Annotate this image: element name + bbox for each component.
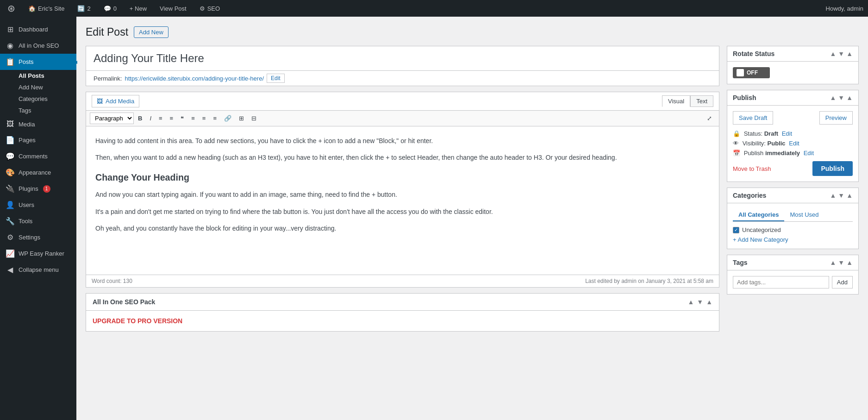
posts-submenu: All Posts Add New Categories Tags	[0, 70, 76, 116]
plugins-badge: 1	[43, 185, 50, 193]
editor-content[interactable]: Having to add content in this area. To a…	[86, 126, 719, 275]
dashboard-icon: ⊞	[6, 25, 15, 34]
bold-button[interactable]: B	[135, 113, 145, 124]
blockquote-button[interactable]: ❝	[177, 113, 187, 124]
admin-bar: ⊛ 🏠 Eric's Site 🔄 2 💬 0 + New View Post …	[0, 0, 868, 17]
editor-footer: Word count: 130 Last edited by admin on …	[86, 275, 719, 287]
visibility-edit-link[interactable]: Edit	[789, 140, 799, 147]
comments-icon: 💬	[6, 152, 15, 161]
tags-controls: ▲ ▼ ▲	[830, 259, 853, 266]
rotate-status-header: Rotate Status ▲ ▼ ▲	[727, 46, 858, 62]
paragraph-select[interactable]: Paragraph	[90, 113, 134, 124]
comments-item[interactable]: 💬 0	[101, 0, 119, 17]
sidebar-item-all-in-one-seo[interactable]: ◉ All in One SEO	[0, 38, 76, 54]
expand-button[interactable]: ⤢	[704, 113, 715, 124]
visibility-icon: 👁	[733, 140, 739, 147]
sidebar-item-plugins[interactable]: 🔌 Plugins 1	[0, 181, 76, 197]
sidebar-item-dashboard[interactable]: ⊞ Dashboard	[0, 21, 76, 38]
rotate-toggle[interactable]: OFF	[733, 67, 770, 78]
edit-permalink-button[interactable]: Edit	[267, 74, 285, 83]
ordered-list-button[interactable]: ≡	[167, 113, 177, 124]
seo-collapse-down-icon[interactable]: ▼	[697, 298, 703, 306]
permalink-label: Permalink:	[94, 75, 122, 82]
publish-up-icon[interactable]: ▲	[830, 94, 836, 101]
publish-time-edit-link[interactable]: Edit	[804, 150, 814, 157]
sidebar-item-collapse[interactable]: ◀ Collapse menu	[0, 262, 76, 278]
cat-minimize-icon[interactable]: ▲	[846, 192, 853, 199]
wp-logo[interactable]: ⊛	[5, 0, 18, 17]
publish-minimize-icon[interactable]: ▲	[846, 94, 853, 101]
status-edit-link[interactable]: Edit	[782, 130, 792, 137]
publish-button[interactable]: Publish	[812, 161, 853, 176]
save-draft-button[interactable]: Save Draft	[733, 111, 773, 125]
sidebar-item-appearance[interactable]: 🎨 Appearance	[0, 164, 76, 181]
rotate-up-icon[interactable]: ▲	[830, 50, 836, 57]
sidebar-item-wp-easy-ranker[interactable]: 📈 WP Easy Ranker	[0, 245, 76, 262]
view-post-item[interactable]: View Post	[157, 0, 189, 17]
align-right-button[interactable]: ≡	[210, 113, 220, 124]
add-category-link[interactable]: + Add New Category	[733, 236, 788, 243]
link-button[interactable]: 🔗	[221, 113, 235, 124]
table-button[interactable]: ⊞	[236, 113, 247, 124]
sidebar-item-posts[interactable]: 📋 Posts	[0, 54, 76, 70]
unordered-list-button[interactable]: ≡	[156, 113, 166, 124]
seo-minimize-icon[interactable]: ▲	[706, 298, 712, 306]
visibility-row: 👁 Visibility: Public Edit	[733, 140, 853, 147]
sidebar-item-tools[interactable]: 🔧 Tools	[0, 213, 76, 229]
collapse-icon: ◀	[6, 265, 15, 274]
upgrade-text[interactable]: UPGRADE TO PRO VERSION	[93, 317, 182, 325]
add-media-icon: 🖼	[97, 98, 103, 105]
sidebar-item-comments[interactable]: 💬 Comments	[0, 148, 76, 164]
content-paragraph-4: It's a pain and don't get me started on …	[95, 207, 710, 217]
sidebar-item-media[interactable]: 🖼 Media	[0, 116, 76, 132]
sidebar-item-users[interactable]: 👤 Users	[0, 197, 76, 213]
cat-down-icon[interactable]: ▼	[838, 192, 844, 199]
submenu-add-new[interactable]: Add New	[13, 81, 76, 93]
toggle-label: OFF	[747, 69, 758, 76]
seo-pack-header[interactable]: All In One SEO Pack ▲ ▼ ▲	[86, 294, 719, 311]
new-item[interactable]: + New	[127, 0, 150, 17]
submenu-tags[interactable]: Tags	[13, 105, 76, 116]
sidebar-item-pages[interactable]: 📄 Pages	[0, 132, 76, 148]
tags-add-button[interactable]: Add	[832, 276, 853, 288]
tags-minimize-icon[interactable]: ▲	[846, 259, 853, 266]
rotate-down-icon[interactable]: ▼	[838, 50, 844, 57]
align-center-button[interactable]: ≡	[199, 113, 209, 124]
categories-box: Categories ▲ ▼ ▲ All Categories Most Use…	[727, 188, 859, 249]
sidebar-item-settings[interactable]: ⚙ Settings	[0, 229, 76, 245]
permalink-url[interactable]: https://ericwilde.siterubix.com/adding-y…	[125, 75, 264, 82]
settings-icon: ⚙	[6, 233, 15, 242]
rotate-status-title: Rotate Status	[733, 50, 774, 57]
tags-up-icon[interactable]: ▲	[830, 259, 836, 266]
add-new-button[interactable]: Add New	[134, 26, 169, 38]
cat-tab-all[interactable]: All Categories	[733, 209, 784, 221]
text-tab[interactable]: Text	[690, 95, 713, 107]
visual-tab[interactable]: Visual	[662, 95, 690, 107]
cat-tab-most-used[interactable]: Most Used	[784, 209, 824, 221]
preview-button[interactable]: Preview	[819, 111, 853, 125]
site-name[interactable]: 🏠 Eric's Site	[25, 0, 67, 17]
appearance-icon: 🎨	[6, 168, 15, 177]
publish-down-icon[interactable]: ▼	[838, 94, 844, 101]
updates-item[interactable]: 🔄 2	[75, 0, 93, 17]
seo-item[interactable]: ⚙ SEO	[197, 0, 223, 17]
move-to-trash-link[interactable]: Move to Trash	[733, 165, 771, 172]
cat-checkbox-uncategorized[interactable]: ✓	[733, 227, 739, 233]
tags-down-icon[interactable]: ▼	[838, 259, 844, 266]
submenu-all-posts[interactable]: All Posts	[13, 70, 76, 81]
howdy: Howdy, admin	[826, 5, 863, 12]
seo-collapse-up-icon[interactable]: ▲	[687, 298, 694, 306]
content-paragraph-1: Having to add content in this area. To a…	[95, 136, 710, 146]
rotate-status-box: Rotate Status ▲ ▼ ▲ OFF	[727, 46, 859, 84]
add-media-button[interactable]: 🖼 Add Media	[92, 95, 139, 107]
rotate-minimize-icon[interactable]: ▲	[846, 50, 853, 57]
align-left-button[interactable]: ≡	[188, 113, 198, 124]
more-button[interactable]: ⊟	[248, 113, 260, 124]
tags-input[interactable]	[733, 276, 829, 288]
editor-main: Permalink: https://ericwilde.siterubix.c…	[86, 46, 719, 332]
submenu-categories[interactable]: Categories	[13, 93, 76, 105]
post-title-input[interactable]	[86, 46, 719, 70]
italic-button[interactable]: I	[146, 113, 155, 124]
content-paragraph-5: Oh yeah, and you constantly have the blo…	[95, 223, 710, 233]
cat-up-icon[interactable]: ▲	[830, 192, 836, 199]
